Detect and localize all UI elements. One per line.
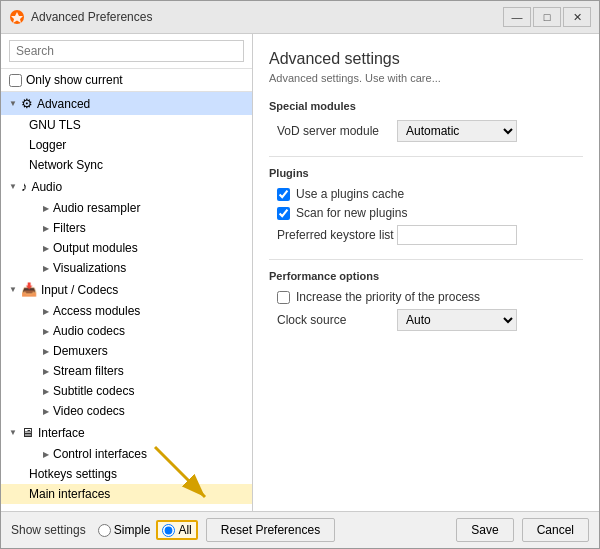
expand-arrow-visualizations: ▶ (43, 264, 49, 273)
minimize-button[interactable]: — (503, 7, 531, 27)
special-modules-label: Special modules (269, 100, 583, 112)
plugins-group: Plugins Use a plugins cache Scan for new… (269, 167, 583, 245)
vod-server-select[interactable]: Automatic None (397, 120, 517, 142)
expand-arrow-audio-resampler: ▶ (43, 204, 49, 213)
radio-all-option[interactable]: All (156, 520, 197, 540)
tree-item-demuxers[interactable]: ▶ Demuxers (1, 341, 252, 361)
tree-item-hotkeys-settings[interactable]: Hotkeys settings (1, 464, 252, 484)
tree-item-filters[interactable]: ▶ Filters (1, 218, 252, 238)
tree-item-logger[interactable]: Logger (1, 135, 252, 155)
tree-item-stream-filters[interactable]: ▶ Stream filters (1, 361, 252, 381)
panel-subtitle: Advanced settings. Use with care... (269, 72, 583, 84)
only-show-current-row: Only show current (1, 69, 252, 92)
tree-item-audio-resampler[interactable]: ▶ Audio resampler (1, 198, 252, 218)
search-input[interactable] (9, 40, 244, 62)
expand-arrow-interface: ▼ (9, 428, 17, 437)
expand-arrow-advanced: ▼ (9, 99, 17, 108)
interface-icon: 🖥 (21, 425, 34, 440)
expand-arrow-control-interfaces: ▶ (43, 450, 49, 459)
reset-preferences-button[interactable]: Reset Preferences (206, 518, 335, 542)
advanced-icon: ⚙ (21, 96, 33, 111)
only-show-current-checkbox[interactable] (9, 74, 22, 87)
special-modules-group: Special modules VoD server module Automa… (269, 100, 583, 142)
scan-new-plugins-checkbox[interactable] (277, 207, 290, 220)
tree-section-input-codecs[interactable]: ▼ 📥 Input / Codecs (1, 278, 252, 301)
vod-server-row: VoD server module Automatic None (269, 120, 583, 142)
tree-item-video-codecs-label: Video codecs (53, 404, 125, 418)
save-button[interactable]: Save (456, 518, 513, 542)
tree-item-main-interfaces[interactable]: Main interfaces (1, 484, 252, 504)
tree-item-output-modules[interactable]: ▶ Output modules (1, 238, 252, 258)
cancel-button[interactable]: Cancel (522, 518, 589, 542)
bottom-bar: Show settings Simple All Reset Preferenc… (1, 511, 599, 548)
tree-section-advanced[interactable]: ▼ ⚙ Advanced (1, 92, 252, 115)
tree-item-main-interfaces-label: Main interfaces (29, 487, 110, 501)
expand-arrow-video-codecs: ▶ (43, 407, 49, 416)
only-show-current-label: Only show current (26, 73, 123, 87)
increase-priority-label: Increase the priority of the process (296, 290, 480, 304)
expand-arrow-subtitle-codecs: ▶ (43, 387, 49, 396)
tree-section-audio-label: Audio (31, 180, 62, 194)
expand-arrow-access: ▶ (43, 307, 49, 316)
increase-priority-checkbox[interactable] (277, 291, 290, 304)
maximize-button[interactable]: □ (533, 7, 561, 27)
vod-server-label: VoD server module (277, 124, 397, 138)
expand-arrow-audio: ▼ (9, 182, 17, 191)
radio-group: Simple All (98, 520, 198, 540)
tree-item-filters-label: Filters (53, 221, 86, 235)
tree-section-interface-label: Interface (38, 426, 85, 440)
tree-item-network-sync[interactable]: Network Sync (1, 155, 252, 175)
tree-item-access-modules[interactable]: ▶ Access modules (1, 301, 252, 321)
scan-new-plugins-row: Scan for new plugins (269, 206, 583, 220)
tree-item-audio-codecs-label: Audio codecs (53, 324, 125, 338)
increase-priority-row: Increase the priority of the process (269, 290, 583, 304)
expand-arrow-output-modules: ▶ (43, 244, 49, 253)
tree-item-subtitle-codecs-label: Subtitle codecs (53, 384, 134, 398)
radio-simple-option[interactable]: Simple (98, 523, 151, 537)
use-plugins-cache-label: Use a plugins cache (296, 187, 404, 201)
performance-options-group: Performance options Increase the priorit… (269, 270, 583, 331)
expand-arrow-demuxers: ▶ (43, 347, 49, 356)
input-codecs-icon: 📥 (21, 282, 37, 297)
tree-section-playlist[interactable]: ▶ ≡ Playlist (1, 504, 252, 511)
radio-simple-label: Simple (114, 523, 151, 537)
right-panel: Advanced settings Advanced settings. Use… (253, 34, 599, 511)
expand-arrow-filters: ▶ (43, 224, 49, 233)
left-panel: Only show current ▼ ⚙ Advanced GNU TLS L… (1, 34, 253, 511)
radio-simple[interactable] (98, 524, 111, 537)
tree-item-demuxers-label: Demuxers (53, 344, 108, 358)
tree-item-control-interfaces-label: Control interfaces (53, 447, 147, 461)
radio-all-label: All (178, 523, 191, 537)
tree-item-gnu-tls[interactable]: GNU TLS (1, 115, 252, 135)
use-plugins-cache-row: Use a plugins cache (269, 187, 583, 201)
main-content: Only show current ▼ ⚙ Advanced GNU TLS L… (1, 34, 599, 511)
tree-item-video-codecs[interactable]: ▶ Video codecs (1, 401, 252, 421)
tree-item-subtitle-codecs[interactable]: ▶ Subtitle codecs (1, 381, 252, 401)
tree-section-interface[interactable]: ▼ 🖥 Interface (1, 421, 252, 444)
preferred-keystore-row: Preferred keystore list (269, 225, 583, 245)
tree-container: ▼ ⚙ Advanced GNU TLS Logger Network Sync… (1, 92, 252, 511)
tree-item-visualizations-label: Visualizations (53, 261, 126, 275)
main-window: Advanced Preferences — □ ✕ Only show cur… (0, 0, 600, 549)
use-plugins-cache-checkbox[interactable] (277, 188, 290, 201)
tree-item-visualizations[interactable]: ▶ Visualizations (1, 258, 252, 278)
scan-new-plugins-label: Scan for new plugins (296, 206, 407, 220)
search-box (1, 34, 252, 69)
tree-item-hotkeys-settings-label: Hotkeys settings (29, 467, 117, 481)
tree-item-gnu-tls-label: GNU TLS (29, 118, 81, 132)
clock-source-row: Clock source Auto System (269, 309, 583, 331)
title-buttons: — □ ✕ (503, 7, 591, 27)
tree-item-control-interfaces[interactable]: ▶ Control interfaces (1, 444, 252, 464)
preferred-keystore-input[interactable] (397, 225, 517, 245)
performance-options-label: Performance options (269, 270, 583, 282)
tree-item-audio-codecs[interactable]: ▶ Audio codecs (1, 321, 252, 341)
close-button[interactable]: ✕ (563, 7, 591, 27)
tree-section-audio[interactable]: ▼ ♪ Audio (1, 175, 252, 198)
radio-all[interactable] (162, 524, 175, 537)
app-icon (9, 9, 25, 25)
audio-icon: ♪ (21, 179, 28, 194)
clock-source-label: Clock source (277, 313, 397, 327)
show-settings-label: Show settings (11, 523, 86, 537)
tree-item-stream-filters-label: Stream filters (53, 364, 124, 378)
clock-source-select[interactable]: Auto System (397, 309, 517, 331)
